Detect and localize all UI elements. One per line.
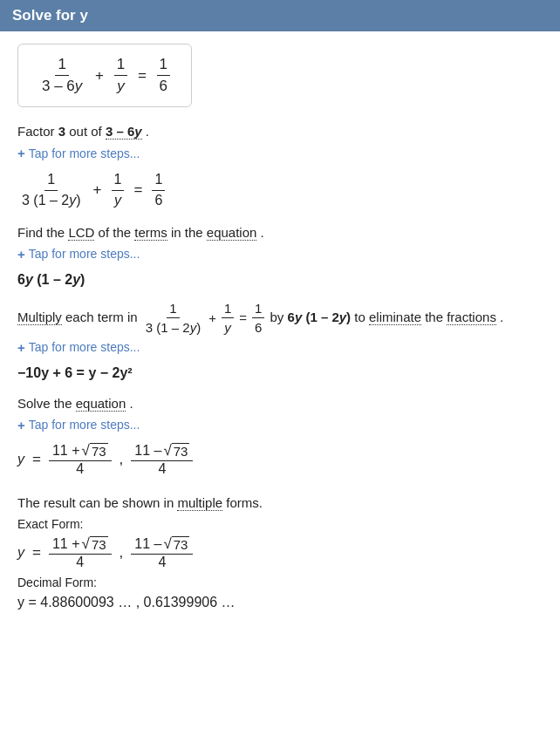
header: Solve for y xyxy=(0,0,560,31)
step2-text: Find the LCD of the terms in the equatio… xyxy=(17,222,543,243)
decimal-form-label: Decimal Form: xyxy=(17,575,543,589)
fraction-5: 1 y xyxy=(112,171,125,210)
plus-icon-4: + xyxy=(17,418,25,432)
plus-icon-2: + xyxy=(17,247,25,262)
step1-tap-label[interactable]: Tap for more steps... xyxy=(29,146,140,160)
main-result: y = 11 + √73 4 , 11 – √73 4 xyxy=(17,443,543,477)
step3-tap-label[interactable]: Tap for more steps... xyxy=(29,340,140,354)
expanded-equation: −10y + 6 = y − 2y² xyxy=(17,365,543,381)
fraction-6: 1 6 xyxy=(152,171,165,210)
equation-2: 1 3 (1 – 2y) + 1 y = 1 6 xyxy=(17,171,543,210)
lcd-result: 6y (1 – 2y) xyxy=(17,272,543,288)
header-title: Solve for y xyxy=(0,0,560,31)
step3-text: Multiply each term in 1 3 (1 – 2y) + 1 y… xyxy=(17,300,543,337)
exact-form-result: y = 11 + √73 4 , 11 – √73 4 xyxy=(17,536,543,570)
fraction-3: 1 6 xyxy=(157,55,170,96)
fraction-1: 1 3 – 6y xyxy=(39,55,85,96)
initial-equation: 1 3 – 6y + 1 y = 1 6 xyxy=(17,44,192,107)
main-content: 1 3 – 6y + 1 y = 1 6 Factor 3 out of 3 –… xyxy=(0,31,560,628)
result-intro-text: The result can be shown in multiple form… xyxy=(17,493,543,514)
plus-icon-3: + xyxy=(17,340,25,355)
step2-tap-more[interactable]: + Tap for more steps... xyxy=(17,247,543,262)
decimal-form-result: y = 4.88600093 … , 0.61399906 … xyxy=(17,595,543,610)
step2-tap-label[interactable]: Tap for more steps... xyxy=(29,247,140,261)
step4-tap-more[interactable]: + Tap for more steps... xyxy=(17,418,543,432)
fraction-4: 1 3 (1 – 2y) xyxy=(19,171,84,210)
fraction-2: 1 y xyxy=(114,55,127,96)
step1-factor: Factor xyxy=(17,124,55,139)
step4-tap-label[interactable]: Tap for more steps... xyxy=(29,418,140,432)
step3-tap-more[interactable]: + Tap for more steps... xyxy=(17,340,543,355)
exact-form-label: Exact Form: xyxy=(17,517,543,531)
plus-icon-1: + xyxy=(17,146,25,160)
step1-text: Factor 3 out of 3 – 6y . xyxy=(17,121,543,142)
step1-tap-more[interactable]: + Tap for more steps... xyxy=(17,146,543,160)
step4-text: Solve the equation . xyxy=(17,393,543,414)
